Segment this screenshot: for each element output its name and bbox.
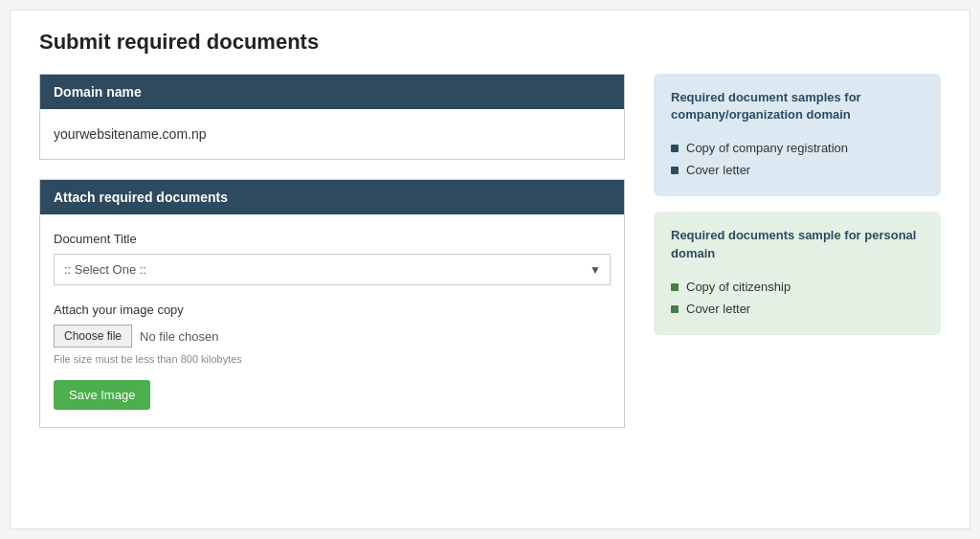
document-title-label: Document Title: [54, 232, 611, 246]
personal-item-1: Copy of citizenship: [686, 280, 791, 294]
domain-value: yourwebsitename.com.np: [40, 109, 624, 159]
document-title-select[interactable]: :: Select One :: Company Registration Co…: [54, 254, 611, 285]
company-item-1: Copy of company registration: [686, 141, 848, 155]
page-title: Submit required documents: [39, 30, 941, 55]
bullet-icon: [671, 167, 679, 174]
save-image-button[interactable]: Save Image: [54, 380, 150, 410]
list-item: Cover letter: [671, 298, 924, 320]
attach-section-header: Attach required documents: [40, 180, 624, 214]
bullet-icon: [671, 305, 679, 313]
attach-image-label: Attach your image copy: [54, 303, 611, 317]
company-card: Required document samples for company/or…: [654, 74, 941, 196]
bullet-icon: [671, 145, 679, 152]
personal-card: Required documents sample for personal d…: [654, 212, 941, 334]
list-item: Copy of company registration: [671, 137, 924, 159]
domain-section-header: Domain name: [40, 75, 624, 109]
company-card-title: Required document samples for company/or…: [671, 89, 924, 124]
personal-item-2: Cover letter: [686, 302, 750, 316]
file-input-row: Choose file No file chosen: [54, 325, 611, 348]
bullet-icon: [671, 283, 679, 291]
no-file-text: No file chosen: [140, 329, 218, 344]
domain-block: Domain name yourwebsitename.com.np: [39, 74, 625, 160]
right-section: Required document samples for company/or…: [654, 74, 941, 350]
company-item-2: Cover letter: [686, 163, 750, 177]
attach-block: Attach required documents Document Title…: [39, 179, 625, 428]
personal-card-list: Copy of citizenship Cover letter: [671, 276, 924, 320]
left-section: Domain name yourwebsitename.com.np Attac…: [39, 74, 625, 428]
list-item: Cover letter: [671, 159, 924, 181]
company-card-list: Copy of company registration Cover lette…: [671, 137, 924, 181]
select-wrapper: :: Select One :: Company Registration Co…: [54, 254, 611, 285]
main-layout: Domain name yourwebsitename.com.np Attac…: [39, 74, 941, 428]
list-item: Copy of citizenship: [671, 276, 924, 298]
file-size-note: File size must be less than 800 kilobyte…: [54, 353, 611, 365]
attach-body: Document Title :: Select One :: Company …: [40, 214, 624, 427]
personal-card-title: Required documents sample for personal d…: [671, 227, 924, 261]
choose-file-button[interactable]: Choose file: [54, 325, 132, 348]
page-wrapper: Submit required documents Domain name yo…: [10, 10, 970, 529]
